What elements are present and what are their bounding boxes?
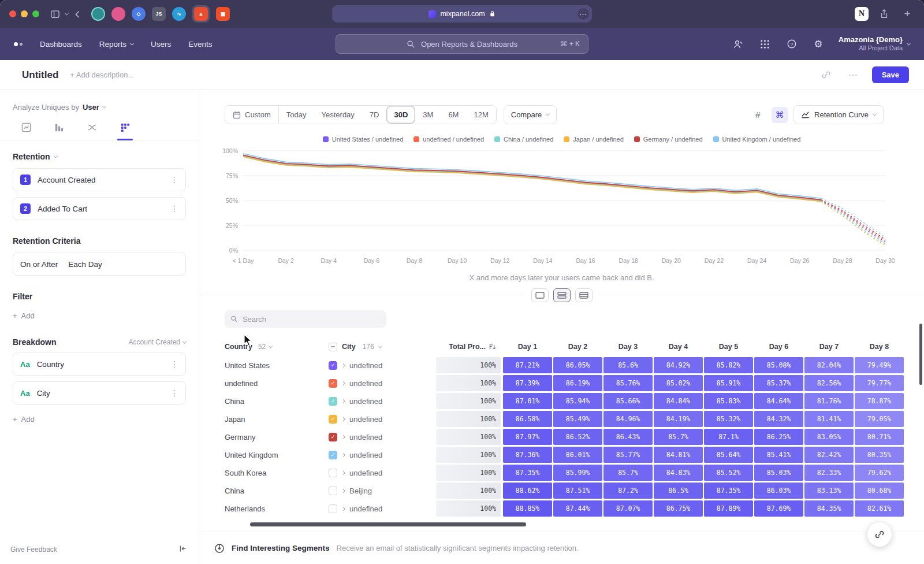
add-filter-button[interactable]: + Add [13, 311, 186, 320]
day-cell[interactable]: 84.64% [754, 393, 803, 409]
expand-chevron-icon[interactable] [341, 417, 345, 421]
pink-extension-icon[interactable] [111, 7, 125, 21]
split-view-icon[interactable] [553, 288, 571, 302]
video-extension-icon[interactable]: ▣ [216, 7, 230, 21]
table-row[interactable]: United Kingdom✓undefined100%87.36%86.01%… [225, 446, 924, 463]
day-column-header[interactable]: Day 3 [603, 343, 653, 351]
day-cell[interactable]: 84.84% [654, 393, 703, 409]
table-row[interactable]: United States✓undefined100%87.21%86.05%8… [225, 357, 924, 374]
day-cell[interactable]: 84.96% [603, 411, 653, 427]
legend-item[interactable]: Germany / undefined [634, 136, 703, 143]
day-cell[interactable]: 85.49% [553, 411, 602, 427]
breakdown-label[interactable]: City [37, 389, 50, 398]
day-cell[interactable]: 84.35% [804, 500, 854, 517]
row-checkbox[interactable]: ✓ [329, 379, 337, 388]
day-cell[interactable]: 84.81% [654, 447, 703, 463]
settings-gear-icon[interactable]: ⚙ [811, 36, 826, 51]
expand-chevron-icon[interactable] [341, 488, 345, 492]
total-cell[interactable]: 100% [436, 393, 501, 409]
table-row[interactable]: South Koreaundefined100%87.35%85.99%85.7… [225, 464, 924, 481]
legend-item[interactable]: United States / undefined [323, 136, 404, 143]
day-cell[interactable]: 85.83% [704, 393, 753, 409]
project-switcher[interactable]: Amazonia {Demo} All Project Data [837, 35, 910, 53]
give-feedback-link[interactable]: Give Feedback [10, 546, 57, 554]
day-cell[interactable]: 86.75% [654, 500, 703, 517]
day-cell[interactable]: 84.92% [654, 357, 703, 373]
day-cell[interactable]: 82.61% [855, 500, 904, 517]
day-cell[interactable]: 79.77% [855, 375, 904, 391]
day-cell[interactable]: 81.41% [804, 411, 854, 427]
sidebar-toggle-icon[interactable] [47, 6, 62, 21]
legend-item[interactable]: United Kingdom / undefined [713, 136, 801, 143]
day-cell[interactable]: 83.05% [804, 429, 854, 445]
total-cell[interactable]: 100% [436, 429, 501, 445]
tab-insights-icon[interactable] [21, 122, 32, 140]
day-cell[interactable]: 87.21% [503, 357, 552, 373]
day-cell[interactable]: 85.7% [603, 465, 653, 481]
retention-section-header[interactable]: Retention [13, 152, 186, 161]
help-icon[interactable]: ? [784, 36, 799, 51]
table-row[interactable]: undefined✓undefined100%87.39%86.19%85.76… [225, 374, 924, 392]
breakdown-context-selector[interactable]: Account Created [129, 338, 186, 346]
day-column-header[interactable]: Day 1 [503, 343, 552, 351]
day-cell[interactable]: 78.87% [855, 393, 904, 409]
js-extension-icon[interactable]: JS [152, 7, 166, 21]
table-only-view-icon[interactable] [575, 288, 593, 302]
legend-item[interactable]: Japan / undefined [564, 136, 623, 143]
save-button[interactable]: Save [872, 66, 909, 83]
back-icon[interactable] [70, 6, 85, 21]
total-cell[interactable]: 100% [436, 465, 501, 481]
minimize-window-icon[interactable] [21, 10, 28, 17]
day-cell[interactable]: 79.49% [855, 357, 904, 373]
day-cell[interactable]: 85.37% [754, 375, 803, 391]
day-cell[interactable]: 85.6% [603, 357, 653, 373]
day-cell[interactable]: 87.01% [503, 393, 552, 409]
total-cell[interactable]: 100% [436, 500, 501, 517]
day-cell[interactable]: 85.02% [654, 375, 703, 391]
country-column-header[interactable]: Country 52 [225, 343, 329, 351]
chart-type-selector[interactable]: Retention Curve [793, 105, 884, 124]
date-range-yesterday[interactable]: Yesterday [314, 106, 362, 124]
step-menu-icon[interactable]: ⋮ [170, 204, 178, 213]
day-column-header[interactable]: Day 8 [855, 343, 904, 351]
row-checkbox[interactable] [329, 504, 337, 513]
day-cell[interactable]: 85.52% [704, 465, 753, 481]
day-cell[interactable]: 80.35% [855, 447, 904, 463]
day-cell[interactable]: 81.76% [804, 393, 854, 409]
breakdown-label[interactable]: Country [37, 360, 64, 369]
row-checkbox[interactable]: ✓ [329, 433, 337, 441]
total-column-header[interactable]: Total Pro... [436, 343, 501, 351]
maximize-window-icon[interactable] [32, 10, 39, 17]
shortcuts-toggle-icon[interactable]: ⌘ [772, 107, 788, 123]
day-cell[interactable]: 79.62% [855, 465, 904, 481]
table-search-input[interactable] [243, 315, 381, 324]
row-checkbox[interactable]: ✓ [329, 361, 337, 370]
row-checkbox[interactable] [329, 487, 337, 495]
step-label[interactable]: Account Created [38, 176, 96, 184]
tab-flows-icon[interactable] [87, 122, 98, 140]
nav-reports[interactable]: Reports [99, 40, 133, 49]
day-cell[interactable]: 86.01% [553, 447, 602, 463]
more-options-icon[interactable]: ⋯ [845, 68, 860, 83]
day-column-header[interactable]: Day 5 [704, 343, 753, 351]
page-actions-icon[interactable]: ⋯ [578, 8, 589, 20]
breakdown-menu-icon[interactable]: ⋮ [170, 359, 178, 369]
breakdown-menu-icon[interactable]: ⋮ [170, 388, 178, 398]
total-cell[interactable]: 100% [436, 447, 501, 463]
day-cell[interactable]: 83.13% [804, 483, 854, 499]
day-cell[interactable]: 82.04% [804, 357, 854, 373]
day-cell[interactable]: 84.83% [654, 465, 703, 481]
day-cell[interactable]: 86.05% [553, 357, 602, 373]
total-cell[interactable]: 100% [436, 357, 501, 373]
share-icon[interactable] [877, 6, 892, 21]
day-cell[interactable]: 88.85% [503, 500, 552, 517]
day-cell[interactable]: 85.64% [704, 447, 753, 463]
day-cell[interactable]: 87.1% [704, 429, 753, 445]
day-cell[interactable]: 87.97% [503, 429, 552, 445]
expand-chevron-icon[interactable] [341, 452, 345, 457]
manage-users-icon[interactable] [731, 36, 746, 51]
shield-extension-icon[interactable]: ▲ [194, 7, 208, 21]
date-range-12m[interactable]: 12M [466, 106, 495, 124]
day-cell[interactable]: 80.68% [855, 483, 904, 499]
day-cell[interactable]: 85.76% [603, 375, 653, 391]
